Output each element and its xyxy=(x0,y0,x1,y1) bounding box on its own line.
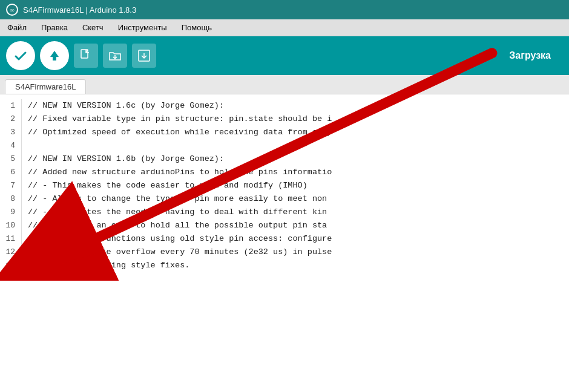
svg-marker-0 xyxy=(50,51,59,57)
upload-arrow-icon xyxy=(47,48,62,63)
line-number: 10 xyxy=(0,219,22,232)
editor-area: S4AFirmware16L 1// NEW IN VERSION 1.6c (… xyxy=(0,75,569,392)
line-code: // - Eliminates the need of having to de… xyxy=(28,206,327,219)
table-row: 11// Changed all functions using old sty… xyxy=(0,232,569,246)
line-number: 9 xyxy=(0,206,22,219)
line-number: 11 xyxy=(0,232,22,246)
table-row: 12// Fixed possible overflow every 70 mi… xyxy=(0,246,569,259)
line-number: 3 xyxy=(0,126,22,139)
line-code: // Some minor coding style fixes. xyxy=(28,259,189,272)
open-file-icon xyxy=(108,49,122,62)
table-row: 4 xyxy=(0,139,569,152)
line-number: 7 xyxy=(0,179,22,192)
menu-sketch[interactable]: Скетч xyxy=(80,22,106,33)
table-row: 2// Fixed variable type in pin structure… xyxy=(0,113,569,126)
upload-button[interactable] xyxy=(40,41,69,70)
arduino-icon: ∞ xyxy=(6,4,18,16)
tab-bar: S4AFirmware16L xyxy=(0,75,569,94)
line-number: 13 xyxy=(0,259,22,272)
line-code: // Changed all functions using old style… xyxy=(28,232,332,246)
line-number: 12 xyxy=(0,246,22,259)
menu-file[interactable]: Файл xyxy=(5,22,29,33)
toolbar: Загрузка xyxy=(0,36,569,75)
new-button[interactable] xyxy=(74,44,98,68)
table-row: 1// NEW IN VERSION 1.6c (by Jorge Gomez)… xyxy=(0,99,569,113)
line-number: 1 xyxy=(0,99,22,113)
new-file-icon xyxy=(79,49,93,62)
toolbar-label: Загрузка xyxy=(509,50,563,61)
app-logo: ∞ xyxy=(6,4,18,16)
svg-rect-1 xyxy=(53,57,56,60)
save-icon xyxy=(137,49,151,62)
line-code: // Fixed variable type in pin structure:… xyxy=(28,113,332,126)
save-button[interactable] xyxy=(132,44,156,68)
line-number: 6 xyxy=(0,166,22,179)
line-number: 8 xyxy=(0,192,22,206)
table-row: 10// - By using an enum to hold all the … xyxy=(0,219,569,232)
line-code: // Added new structure arduinoPins to ho… xyxy=(28,166,332,179)
line-code: // Fixed possible overflow every 70 minu… xyxy=(28,246,332,259)
title-bar: ∞ S4AFirmware16L | Arduino 1.8.3 xyxy=(0,0,569,19)
menu-tools[interactable]: Инструменты xyxy=(116,22,169,33)
line-number: 5 xyxy=(0,152,22,166)
menu-edit[interactable]: Правка xyxy=(39,22,70,33)
code-editor[interactable]: 1// NEW IN VERSION 1.6c (by Jorge Gomez)… xyxy=(0,94,569,392)
menu-help[interactable]: Помощь xyxy=(179,22,214,33)
table-row: 13// Some minor coding style fixes. xyxy=(0,259,569,272)
menu-bar: Файл Правка Скетч Инструменты Помощь xyxy=(0,19,569,36)
line-code: // - Allows to change the type of pin mo… xyxy=(28,192,327,206)
table-row: 8// - Allows to change the type of pin m… xyxy=(0,192,569,206)
line-number: 2 xyxy=(0,113,22,126)
table-row: 9// - Eliminates the need of having to d… xyxy=(0,206,569,219)
editor-tab[interactable]: S4AFirmware16L xyxy=(5,79,86,94)
open-button[interactable] xyxy=(103,44,127,68)
table-row: 3// Optimized speed of execution while r… xyxy=(0,126,569,139)
line-code: // NEW IN VERSION 1.6c (by Jorge Gomez): xyxy=(28,99,224,113)
table-row: 6// Added new structure arduinoPins to h… xyxy=(0,166,569,179)
line-code: // - This makes the code easier to read … xyxy=(28,179,308,192)
line-code: // Optimized speed of execution while re… xyxy=(28,126,332,139)
line-number: 4 xyxy=(0,139,22,152)
table-row: 7// - This makes the code easier to read… xyxy=(0,179,569,192)
checkmark-icon xyxy=(13,48,28,63)
table-row: 5// NEW IN VERSION 1.6b (by Jorge Gomez)… xyxy=(0,152,569,166)
window-title: S4AFirmware16L | Arduino 1.8.3 xyxy=(23,5,136,15)
line-code: // - By using an enum to hold all the po… xyxy=(28,219,327,232)
line-code: // NEW IN VERSION 1.6b (by Jorge Gomez): xyxy=(28,152,224,166)
verify-button[interactable] xyxy=(6,41,35,70)
